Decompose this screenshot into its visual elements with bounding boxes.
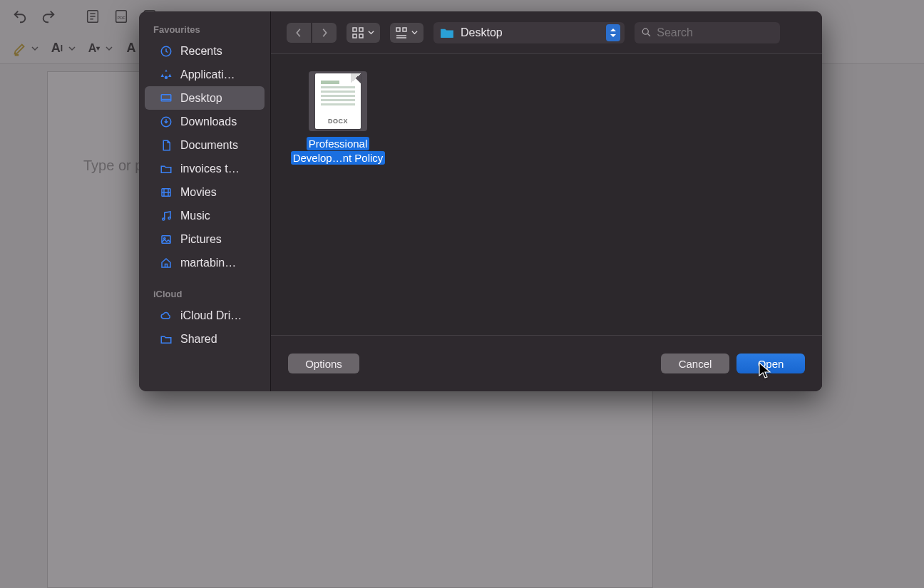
svg-rect-10 [162,235,170,243]
shared-folder-icon [159,332,173,346]
documents-icon [159,138,173,153]
updown-icon [606,24,620,41]
search-input[interactable] [657,26,773,39]
dialog-topbar: Desktop [271,11,822,54]
svg-point-8 [163,218,165,220]
nav-forward-button[interactable] [312,23,337,43]
dialog-footer: Options Cancel Open [271,336,822,391]
sidebar-item-movies[interactable]: Movies [145,180,265,204]
open-button[interactable]: Open [736,354,805,373]
svg-rect-5 [161,94,171,100]
svg-point-18 [642,29,648,34]
chevron-down-icon [411,29,418,36]
svg-point-9 [168,217,170,219]
sidebar-item-icloud-drive[interactable]: iCloud Dri… [145,304,265,327]
home-icon [159,256,173,270]
options-button[interactable]: Options [288,354,359,373]
chevron-right-icon [321,28,328,38]
apps-icon [159,68,173,82]
desktop-icon [159,91,173,105]
svg-rect-17 [403,28,406,31]
search-icon [642,27,651,38]
sidebar-item-pictures[interactable]: Pictures [145,227,265,251]
clock-icon [159,44,173,58]
sidebar-section-icloud: iCloud [139,283,270,304]
file-thumbnail: DOCX [309,71,367,131]
pictures-icon [159,232,173,247]
file-item[interactable]: DOCX Professional Develop…nt Policy [288,71,388,165]
location-label: Desktop [461,26,600,39]
dialog-sidebar: Favourites Recents Applicati… Desktop Do… [139,11,271,391]
sidebar-item-invoices[interactable]: invoices t… [145,157,265,180]
group-mode-button[interactable] [390,23,423,43]
folder-icon [159,162,173,176]
sidebar-item-music[interactable]: Music [145,204,265,227]
chevron-down-icon [368,29,374,36]
svg-rect-15 [359,34,363,38]
grid-lines-icon [396,27,407,38]
sidebar-section-favourites: Favourites [139,19,270,39]
folder-icon [439,27,455,38]
svg-rect-12 [353,28,356,31]
svg-rect-13 [359,28,363,31]
downloads-icon [159,115,173,129]
sidebar-item-documents[interactable]: Documents [145,133,265,157]
sidebar-item-applications[interactable]: Applicati… [145,63,265,86]
svg-rect-14 [353,34,356,38]
cancel-button[interactable]: Cancel [661,354,729,373]
sidebar-item-home[interactable]: martabin… [145,251,265,274]
docx-icon: DOCX [315,73,361,129]
open-file-dialog: Favourites Recents Applicati… Desktop Do… [139,11,822,391]
sidebar-item-desktop[interactable]: Desktop [145,86,265,110]
grid-icon [352,27,364,38]
chevron-left-icon [295,28,302,38]
movies-icon [159,185,173,200]
location-popup[interactable]: Desktop [433,22,625,43]
sidebar-item-shared[interactable]: Shared [145,327,265,351]
cloud-icon [159,309,173,323]
nav-back-button[interactable] [287,23,311,43]
file-label: Professional Develop…nt Policy [291,137,386,165]
file-grid[interactable]: DOCX Professional Develop…nt Policy [271,54,822,336]
search-field[interactable] [635,22,780,43]
sidebar-item-recents[interactable]: Recents [145,39,265,63]
view-mode-button[interactable] [346,23,380,43]
music-icon [159,209,173,223]
sidebar-item-downloads[interactable]: Downloads [145,110,265,133]
svg-rect-16 [396,28,400,31]
